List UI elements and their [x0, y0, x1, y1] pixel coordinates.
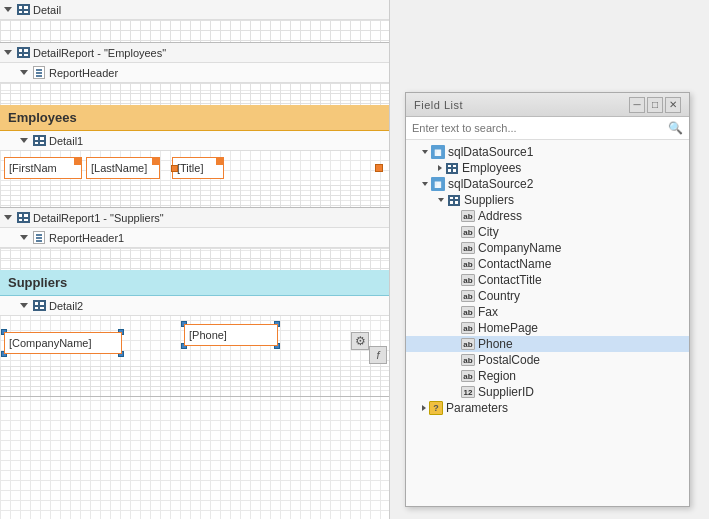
- lastname-label: [LastName]: [91, 162, 147, 174]
- city-item[interactable]: ab City: [406, 224, 689, 240]
- companyname-icon: ab: [461, 241, 475, 255]
- restore-button[interactable]: □: [647, 97, 663, 113]
- supplierid-item[interactable]: 12 SupplierID: [406, 384, 689, 400]
- suppliers-section-label: DetailReport1 - "Suppliers": [33, 212, 164, 224]
- companyname-wrapper: [CompanyName]: [4, 332, 122, 354]
- collapse-triangle-4[interactable]: [20, 138, 28, 143]
- firstname-handle: [74, 157, 82, 165]
- employees-triangle[interactable]: [438, 165, 442, 171]
- params-triangle[interactable]: [422, 405, 426, 411]
- phone-tree-item[interactable]: ab Phone: [406, 336, 689, 352]
- homepage-icon: ab: [461, 321, 475, 335]
- suppliers-label: Suppliers: [8, 275, 67, 290]
- employees-table-icon: [445, 161, 459, 175]
- datasource1-item[interactable]: ▦ sqlDataSource1: [406, 144, 689, 160]
- field-list-panel: Field List ─ □ ✕ 🔍 ▦ sqlDataSource1: [405, 92, 690, 507]
- ds2-triangle[interactable]: [422, 182, 428, 186]
- lastname-field[interactable]: [LastName]: [86, 157, 160, 179]
- minimize-button[interactable]: ─: [629, 97, 645, 113]
- datasource2-item[interactable]: ▦ sqlDataSource2: [406, 176, 689, 192]
- suppliers-bar: Suppliers: [0, 270, 389, 296]
- title-field[interactable]: [Title]: [172, 157, 224, 179]
- report-header-label: ReportHeader: [49, 67, 118, 79]
- table-icon-5: [32, 299, 46, 313]
- detail-content: [0, 20, 389, 42]
- city-label: City: [478, 225, 499, 239]
- homepage-item[interactable]: ab HomePage: [406, 320, 689, 336]
- gear-button[interactable]: ⚙: [351, 332, 369, 350]
- phone-tree-icon: ab: [461, 337, 475, 351]
- band-detail-report-employees: DetailReport - "Employees" ReportHeader …: [0, 43, 389, 208]
- fax-item[interactable]: ab Fax: [406, 304, 689, 320]
- parameters-icon: ?: [429, 401, 443, 415]
- close-icon: ✕: [669, 99, 677, 110]
- restore-icon: □: [652, 99, 658, 110]
- phone-field[interactable]: [Phone]: [184, 324, 278, 346]
- end-handle: [375, 164, 383, 172]
- collapse-triangle-6[interactable]: [20, 235, 28, 240]
- employees-table-label: Employees: [462, 161, 521, 175]
- phone-wrapper: [Phone]: [184, 324, 278, 346]
- suppliers-triangle[interactable]: [438, 198, 444, 202]
- panel-title: Field List: [414, 99, 629, 111]
- collapse-triangle-5[interactable]: [4, 215, 12, 220]
- collapse-triangle-7[interactable]: [20, 303, 28, 308]
- firstname-field[interactable]: [FirstNam: [4, 157, 82, 179]
- collapse-triangle-3[interactable]: [20, 70, 28, 75]
- country-icon: ab: [461, 289, 475, 303]
- title-icon: [167, 161, 181, 175]
- suppliers-fields-row: [CompanyName] [Phone] ⚙ f: [0, 316, 389, 366]
- report-header1-content: [0, 248, 389, 270]
- table-icon-2: [16, 46, 30, 60]
- postalcode-icon: ab: [461, 353, 475, 367]
- address-item[interactable]: ab Address: [406, 208, 689, 224]
- phone-label: [Phone]: [189, 329, 227, 341]
- report-icon: [32, 66, 46, 80]
- ds1-triangle[interactable]: [422, 150, 428, 154]
- detail1-bottom: [0, 185, 389, 207]
- phone-tree-label: Phone: [478, 337, 513, 351]
- datasource2-label: sqlDataSource2: [448, 177, 533, 191]
- contactname-item[interactable]: ab ContactName: [406, 256, 689, 272]
- region-label: Region: [478, 369, 516, 383]
- country-item[interactable]: ab Country: [406, 288, 689, 304]
- employees-fields-row: [FirstNam [LastName] [Title]: [0, 151, 389, 185]
- band-header-detail-report-employees: DetailReport - "Employees": [0, 43, 389, 63]
- postalcode-item[interactable]: ab PostalCode: [406, 352, 689, 368]
- region-item[interactable]: ab Region: [406, 368, 689, 384]
- suppliers-table-label: Suppliers: [464, 193, 514, 207]
- contactname-label: ContactName: [478, 257, 551, 271]
- supplierid-icon: 12: [461, 385, 475, 399]
- suppliers-table-item[interactable]: Suppliers: [406, 192, 689, 208]
- table-icon: [16, 3, 30, 17]
- band-detail-top: Detail: [0, 0, 389, 43]
- employees-bar: Employees: [0, 105, 389, 131]
- companyname-label: [CompanyName]: [9, 337, 92, 349]
- search-input[interactable]: [412, 122, 668, 134]
- companyname-field[interactable]: [CompanyName]: [4, 332, 122, 354]
- employees-label: Employees: [8, 110, 77, 125]
- contacttitle-icon: ab: [461, 273, 475, 287]
- parameters-item[interactable]: ? Parameters: [406, 400, 689, 416]
- fax-label: Fax: [478, 305, 498, 319]
- report-icon-2: [32, 231, 46, 245]
- collapse-triangle[interactable]: [4, 7, 12, 12]
- employees-table-item[interactable]: Employees: [406, 160, 689, 176]
- band-header-detail: Detail: [0, 0, 389, 20]
- collapse-triangle-2[interactable]: [4, 50, 12, 55]
- companyname-tree-label: CompanyName: [478, 241, 561, 255]
- detail2-header: Detail2: [0, 296, 389, 316]
- detail2-bottom: [0, 366, 389, 396]
- address-label: Address: [478, 209, 522, 223]
- address-icon: ab: [461, 209, 475, 223]
- detail1-header: Detail1: [0, 131, 389, 151]
- table-icon-3: [32, 134, 46, 148]
- band-detail-label: Detail: [33, 4, 61, 16]
- supplierid-label: SupplierID: [478, 385, 534, 399]
- companyname-item[interactable]: ab CompanyName: [406, 240, 689, 256]
- close-button[interactable]: ✕: [665, 97, 681, 113]
- band-detail-report-label: DetailReport - "Employees": [33, 47, 166, 59]
- contacttitle-item[interactable]: ab ContactTitle: [406, 272, 689, 288]
- band-detail-report-suppliers: DetailReport1 - "Suppliers" ReportHeader…: [0, 208, 389, 397]
- f-button[interactable]: f: [369, 346, 387, 364]
